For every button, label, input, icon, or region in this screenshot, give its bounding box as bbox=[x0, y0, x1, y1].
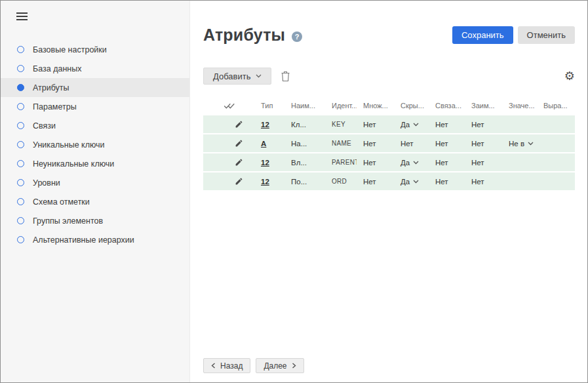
add-button-label: Добавить bbox=[213, 71, 250, 81]
identifier-cell: PARENT bbox=[332, 159, 357, 166]
radio-icon bbox=[17, 65, 24, 72]
hidden-dropdown-cell[interactable]: Да bbox=[394, 159, 429, 167]
radio-icon bbox=[17, 103, 24, 110]
identifier-cell: KEY bbox=[332, 121, 345, 128]
menu-bar bbox=[16, 12, 28, 14]
wizard-footer: Назад Далее bbox=[203, 358, 575, 373]
column-header-type: Тип bbox=[254, 102, 284, 110]
hidden-dropdown-cell: Нет bbox=[394, 140, 429, 148]
edit-pencil-icon[interactable] bbox=[235, 177, 243, 186]
back-button[interactable]: Назад bbox=[203, 358, 250, 373]
borrowed-cell: Нет bbox=[465, 121, 502, 129]
chevron-down-icon bbox=[413, 123, 419, 127]
edit-pencil-icon[interactable] bbox=[235, 139, 243, 148]
column-header-name: Наим... bbox=[284, 102, 325, 110]
sidebar-item-alternative-hierarchies[interactable]: Альтернативные иерархии bbox=[1, 230, 189, 249]
table-row: 12 Вл... PARENT Нет Да Нет Нет bbox=[203, 153, 575, 172]
next-button-label: Далее bbox=[264, 361, 286, 371]
sidebar-item-label: Связи bbox=[33, 121, 56, 131]
sidebar-item-unique-keys[interactable]: Уникальные ключи bbox=[1, 135, 189, 154]
page-title: Атрибуты bbox=[203, 26, 285, 45]
sidebar-item-attributes[interactable]: Атрибуты bbox=[1, 78, 189, 97]
borrowed-cell: Нет bbox=[465, 178, 502, 186]
menu-bar bbox=[16, 19, 28, 20]
column-header-borrowed: Заим... bbox=[465, 102, 502, 110]
cancel-button[interactable]: Отменить bbox=[518, 26, 575, 44]
sidebar-item-label: Неуникальные ключи bbox=[33, 159, 114, 169]
chevron-right-icon bbox=[292, 363, 296, 369]
type-link[interactable]: 12 bbox=[261, 121, 269, 129]
multiple-cell: Нет bbox=[357, 140, 394, 148]
sidebar-item-label: Базовые настройки bbox=[33, 45, 107, 54]
select-all-cell bbox=[203, 102, 254, 110]
table-row: 12 Кл... KEY Нет Да Нет Нет bbox=[203, 115, 575, 134]
add-button[interactable]: Добавить bbox=[203, 68, 271, 85]
trash-icon bbox=[281, 71, 290, 81]
edit-pencil-icon[interactable] bbox=[235, 158, 243, 167]
radio-icon bbox=[17, 198, 24, 205]
radio-selected-icon bbox=[17, 84, 24, 91]
edit-cell bbox=[203, 158, 254, 167]
type-link[interactable]: 12 bbox=[261, 159, 269, 167]
attributes-table: Тип Наим... Идент... Множ... Скры... Свя… bbox=[203, 96, 575, 192]
next-button[interactable]: Далее bbox=[256, 358, 304, 373]
sidebar-item-label: Уникальные ключи bbox=[33, 140, 105, 150]
column-header-hidden: Скры... bbox=[394, 102, 429, 110]
edit-cell bbox=[203, 120, 254, 129]
save-button[interactable]: Сохранить bbox=[452, 26, 513, 44]
value-dropdown-cell[interactable]: Не в bbox=[502, 140, 537, 148]
chevron-down-icon bbox=[256, 74, 262, 78]
type-link[interactable]: 12 bbox=[261, 178, 269, 186]
type-link[interactable]: A bbox=[261, 140, 266, 148]
linked-cell: Нет bbox=[429, 159, 465, 167]
table-row: 12 По... ORD Нет Да Нет Нет bbox=[203, 172, 575, 192]
main-panel: Атрибуты ? Сохранить Отменить Добавить ⚙ bbox=[190, 1, 587, 382]
multiple-cell: Нет bbox=[357, 159, 394, 167]
sidebar-item-selection-schema[interactable]: Схема отметки bbox=[1, 192, 189, 211]
column-header-expr: Выра... bbox=[537, 102, 575, 110]
sidebar-item-basic-settings[interactable]: Базовые настройки bbox=[1, 40, 189, 59]
sidebar-item-label: Схема отметки bbox=[33, 197, 90, 207]
sidebar-item-label: Альтернативные иерархии bbox=[33, 235, 134, 245]
identifier-cell: NAME bbox=[332, 140, 351, 147]
linked-cell: Нет bbox=[429, 178, 465, 186]
linked-cell: Нет bbox=[429, 121, 465, 129]
menu-bar bbox=[16, 16, 28, 17]
hidden-dropdown-cell[interactable]: Да bbox=[394, 121, 429, 129]
radio-icon bbox=[17, 46, 24, 53]
column-header-mult: Множ... bbox=[357, 102, 394, 110]
hidden-dropdown-cell[interactable]: Да bbox=[394, 178, 429, 186]
sidebar-item-label: Уровни bbox=[33, 178, 60, 188]
settings-gear-icon[interactable]: ⚙ bbox=[564, 70, 575, 82]
app-window: Базовые настройки База данных Атрибуты П… bbox=[0, 0, 588, 383]
sidebar-item-levels[interactable]: Уровни bbox=[1, 173, 189, 192]
sidebar-item-database[interactable]: База данных bbox=[1, 59, 189, 78]
table-header-row: Тип Наим... Идент... Множ... Скры... Свя… bbox=[203, 96, 575, 115]
sidebar-item-nonunique-keys[interactable]: Неуникальные ключи bbox=[1, 154, 189, 173]
table-row: A На... NAME Нет Нет Нет Нет Не в bbox=[203, 134, 575, 153]
menu-icon[interactable] bbox=[16, 12, 28, 20]
back-button-label: Назад bbox=[220, 361, 243, 371]
sidebar-item-label: База данных bbox=[33, 64, 81, 73]
sidebar-item-label: Группы элементов bbox=[33, 216, 103, 226]
radio-icon bbox=[17, 122, 24, 129]
sidebar-item-element-groups[interactable]: Группы элементов bbox=[1, 211, 189, 230]
edit-cell bbox=[203, 139, 254, 148]
sidebar: Базовые настройки База данных Атрибуты П… bbox=[1, 1, 190, 382]
delete-button[interactable] bbox=[281, 71, 290, 81]
edit-cell bbox=[203, 177, 254, 186]
name-cell: На... bbox=[284, 140, 325, 148]
toolbar: Добавить ⚙ bbox=[203, 68, 575, 85]
chevron-down-icon bbox=[413, 180, 419, 184]
sidebar-item-parameters[interactable]: Параметры bbox=[1, 97, 189, 116]
edit-pencil-icon[interactable] bbox=[235, 120, 243, 129]
help-icon[interactable]: ? bbox=[292, 31, 302, 42]
column-header-linked: Связа... bbox=[429, 102, 465, 110]
sidebar-item-links[interactable]: Связи bbox=[1, 116, 189, 135]
chevron-down-icon bbox=[528, 142, 534, 146]
sidebar-item-label: Атрибуты bbox=[33, 83, 69, 92]
name-cell: По... bbox=[284, 178, 325, 186]
radio-icon bbox=[17, 160, 24, 167]
borrowed-cell: Нет bbox=[465, 159, 502, 167]
double-check-icon bbox=[224, 102, 235, 110]
